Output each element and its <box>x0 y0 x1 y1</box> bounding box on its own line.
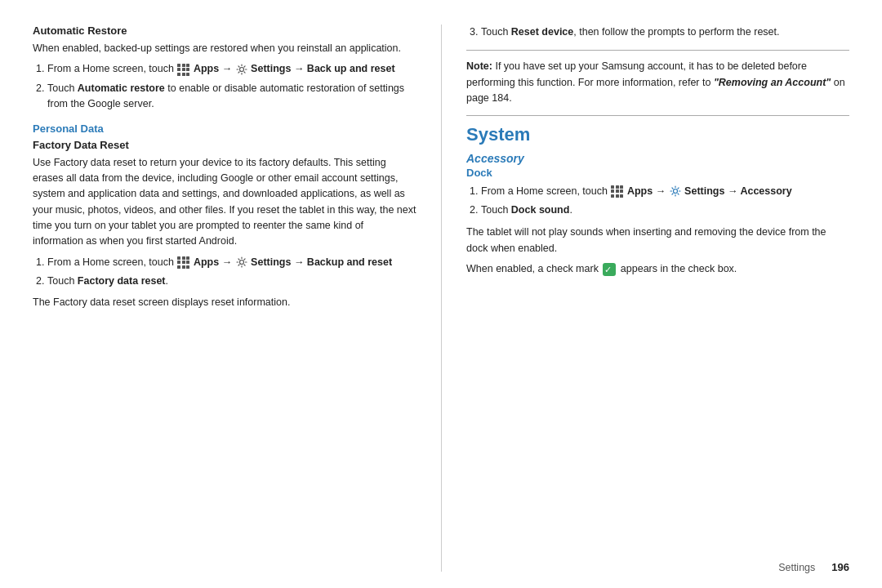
fdr-step1-arrow: → <box>222 256 235 268</box>
dock-heading: Dock <box>466 167 849 179</box>
step2-text-start: Touch <box>47 82 78 94</box>
dock-step-2: Touch Dock sound. <box>481 203 849 218</box>
divider-1 <box>466 50 849 51</box>
factory-reset-step-2: Touch Factory data reset. <box>47 274 416 289</box>
checkmark-text-after: appears in the check box. <box>621 263 737 274</box>
page-footer: Settings 196 <box>778 561 849 573</box>
gear-icon-2 <box>236 256 247 268</box>
grid-icon-3 <box>611 185 623 198</box>
step1-arrow: → <box>222 63 235 74</box>
checkmark-icon <box>603 263 616 276</box>
factory-reset-after-steps: The Factory data reset screen displays r… <box>33 295 416 310</box>
factory-reset-step-1: From a Home screen, touch Apps → <box>47 255 416 270</box>
accessory-section: Accessory Dock From a Home screen, touch… <box>466 152 849 278</box>
svg-point-1 <box>239 261 243 265</box>
fdr-step1-apps: Apps <box>194 256 219 268</box>
step3-bold: Reset device <box>511 26 573 38</box>
automatic-restore-section: Automatic Restore When enabled, backed-u… <box>33 24 416 113</box>
step3-container: Touch Reset device, then follow the prom… <box>466 24 849 40</box>
personal-data-section: Personal Data Factory Data Reset Use Fac… <box>33 122 416 310</box>
checkmark-text-before: When enabled, a check mark <box>466 263 599 274</box>
factory-data-reset-section: Factory Data Reset Use Factory data rese… <box>33 139 416 310</box>
automatic-restore-step-2: Touch Automatic restore to enable or dis… <box>47 81 416 113</box>
footer-label: Settings <box>778 562 815 573</box>
dock-step1-suffix: → Accessory <box>728 185 792 197</box>
right-column: Touch Reset device, then follow the prom… <box>441 24 849 572</box>
dock-step1-prefix: From a Home screen, touch <box>481 185 610 197</box>
factory-data-reset-steps: From a Home screen, touch Apps → <box>47 255 416 290</box>
fdr-step1-suffix: → Backup and reset <box>294 256 392 268</box>
left-column: Automatic Restore When enabled, backed-u… <box>33 24 441 572</box>
step1-prefix: From a Home screen, touch <box>47 63 174 74</box>
automatic-restore-step-1: From a Home screen, touch Apps → <box>47 61 416 77</box>
fdr-step2-bold: Factory data reset <box>78 275 166 287</box>
step3-list: Touch Reset device, then follow the prom… <box>481 24 849 40</box>
divider-2 <box>466 115 849 116</box>
gear-icon-3 <box>670 185 681 197</box>
dock-step1-arrow: → <box>656 185 669 197</box>
step3-item: Touch Reset device, then follow the prom… <box>481 24 849 40</box>
factory-data-reset-body: Use Factory data reset to return your de… <box>33 155 416 250</box>
dock-steps: From a Home screen, touch Apps → <box>481 184 849 219</box>
dock-step2-bold: Dock sound <box>511 204 570 216</box>
note-block: Note: If you have set up your Samsung ac… <box>466 59 849 106</box>
note-italic: "Removing an Account" <box>714 77 831 88</box>
personal-data-heading: Personal Data <box>33 122 416 135</box>
dock-step1-apps: Apps <box>627 185 653 197</box>
step1-apps-label: Apps <box>194 63 219 74</box>
svg-point-2 <box>673 189 677 194</box>
factory-data-reset-heading: Factory Data Reset <box>33 139 416 151</box>
footer-page-number: 196 <box>831 561 849 573</box>
dock-step1-settings: Settings <box>684 185 724 197</box>
system-heading: System <box>466 124 849 145</box>
automatic-restore-body: When enabled, backed-up settings are res… <box>33 41 416 56</box>
dock-checkmark-text: When enabled, a check mark appears in th… <box>466 261 849 277</box>
grid-icon <box>177 64 189 76</box>
grid-icon-2 <box>177 256 189 269</box>
automatic-restore-heading: Automatic Restore <box>33 24 416 37</box>
svg-point-0 <box>239 68 243 72</box>
fdr-step1-settings: Settings <box>251 256 291 268</box>
step3-text-end: , then follow the prompts to perform the… <box>573 26 779 38</box>
gear-icon <box>236 64 247 75</box>
step1-settings-label: Settings <box>251 63 291 74</box>
note-label: Note: <box>466 60 492 72</box>
page-container: Automatic Restore When enabled, backed-u… <box>0 0 882 588</box>
automatic-restore-steps: From a Home screen, touch Apps → <box>47 61 416 112</box>
accessory-heading: Accessory <box>466 152 849 165</box>
fdr-step1-prefix: From a Home screen, touch <box>47 256 176 268</box>
dock-step-1: From a Home screen, touch Apps → <box>481 184 849 199</box>
step2-bold: Automatic restore <box>78 82 165 94</box>
step1-suffix: → Back up and reset <box>294 63 395 74</box>
dock-after-step2: The tablet will not play sounds when ins… <box>466 225 849 256</box>
